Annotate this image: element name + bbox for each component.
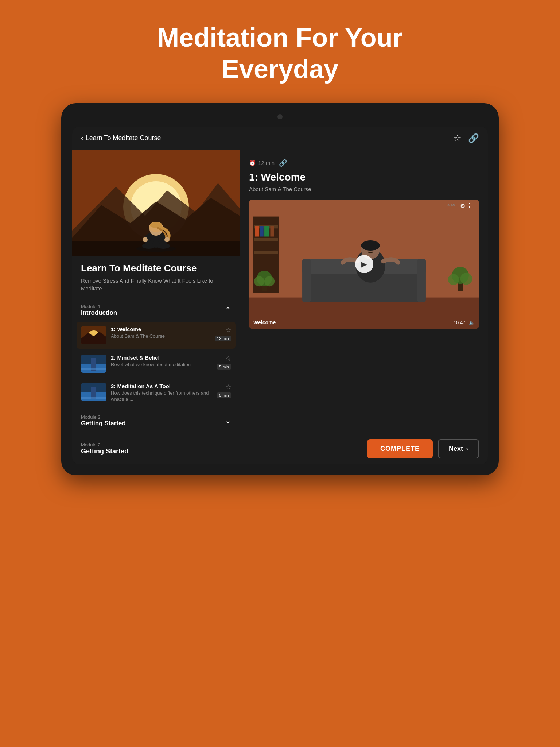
lesson-1-thumb (81, 326, 106, 344)
course-title: Learn To Meditate Course (81, 263, 231, 274)
header-actions: ☆ 🔗 (454, 133, 479, 143)
module1-name: Introduction (81, 309, 117, 317)
lesson-3-duration: 5 min (217, 392, 231, 398)
video-player[interactable]: ▶ al so ⚙ ⛶ Welcome 10:47 🔈 (249, 200, 479, 329)
course-subtitle: Remove Stress And Finally Know What It F… (81, 277, 231, 292)
share-icon[interactable]: 🔗 (468, 133, 479, 143)
lesson-3-thumb (81, 383, 106, 401)
svg-point-13 (142, 243, 155, 249)
video-label: Welcome (253, 320, 276, 325)
lesson-2-info: 2: Mindset & Belief Reset what we know a… (111, 355, 213, 368)
svg-rect-31 (254, 238, 278, 241)
module2-header[interactable]: Module 2 Getting Started ⌄ (72, 409, 240, 433)
lesson-2-title: 2: Mindset & Belief (111, 355, 213, 361)
lesson-2-star-icon[interactable]: ☆ (225, 355, 231, 363)
svg-rect-35 (264, 226, 269, 236)
back-label: Learn To Meditate Course (86, 134, 161, 142)
svg-rect-36 (270, 226, 274, 236)
lesson-duration-text: 12 min (258, 160, 275, 166)
lesson-2-thumb (81, 355, 106, 373)
course-image (72, 150, 240, 256)
clock-icon: ⏰ (249, 160, 256, 166)
video-controls: al so ⚙ ⛶ (447, 202, 475, 209)
module1-header[interactable]: Module 1 Introduction ⌃ (81, 299, 231, 322)
back-icon: ‹ (81, 134, 83, 142)
tablet-camera (277, 114, 283, 119)
lesson-link-icon[interactable]: 🔗 (279, 159, 287, 167)
lesson-about: About Sam & The Course (249, 186, 479, 192)
svg-point-49 (361, 240, 380, 251)
svg-rect-28 (249, 297, 479, 329)
module1-header-left: Module 1 Introduction (81, 304, 117, 317)
lesson-item-1[interactable]: 1: Welcome About Sam & The Course ☆ 12 m… (77, 322, 236, 349)
svg-rect-21 (81, 368, 106, 370)
module2-bottom-label: Module 2 Getting Started (81, 442, 367, 455)
lesson-heading: 1: Welcome (249, 171, 479, 183)
video-settings-icon[interactable]: ⚙ (460, 202, 465, 209)
next-button[interactable]: Next › (438, 439, 479, 458)
page-title: Meditation For Your Everyday (157, 22, 402, 85)
module2-name: Getting Started (81, 420, 126, 427)
svg-point-52 (448, 274, 459, 285)
bottom-actions: COMPLETE Next › (367, 439, 479, 458)
lesson-2-right: ☆ 5 min (217, 355, 231, 370)
svg-point-14 (157, 243, 170, 249)
video-time: 10:47 🔈 (454, 320, 475, 325)
header: ‹ Learn To Meditate Course ☆ 🔗 (72, 127, 488, 150)
module2-header-left: Module 2 Getting Started (81, 414, 126, 427)
lesson-1-desc: About Sam & The Course (111, 333, 210, 340)
lesson-1-duration: 12 min (215, 336, 231, 341)
svg-rect-32 (254, 251, 278, 254)
svg-point-40 (264, 276, 275, 286)
svg-rect-43 (302, 259, 311, 302)
lesson-1-star-icon[interactable]: ☆ (225, 326, 231, 334)
svg-rect-44 (417, 259, 426, 302)
lesson-3-right: ☆ 5 min (217, 383, 231, 398)
svg-point-12 (164, 237, 170, 242)
lesson-3-desc: How does this technique differ from othe… (111, 390, 213, 403)
lesson-item-2[interactable]: 2: Mindset & Belief Reset what we know a… (81, 350, 231, 377)
module1-number: Module 1 (81, 304, 117, 309)
favorite-icon[interactable]: ☆ (454, 133, 462, 143)
complete-button[interactable]: COMPLETE (367, 439, 433, 458)
lesson-1-info: 1: Welcome About Sam & The Course (111, 326, 210, 340)
lesson-time-meta: ⏰ 12 min (249, 160, 275, 166)
module2-bottom-number: Module 2 (81, 442, 367, 448)
module1-section: Module 1 Introduction ⌃ (72, 299, 240, 407)
module2-bottom-name: Getting Started (81, 448, 367, 455)
svg-rect-25 (81, 397, 106, 399)
svg-rect-34 (260, 226, 263, 236)
svg-rect-33 (255, 226, 259, 236)
tablet-frame: ‹ Learn To Meditate Course ☆ 🔗 (61, 103, 499, 475)
video-brand-text: al so (447, 202, 455, 209)
module2-number: Module 2 (81, 414, 126, 420)
play-button[interactable]: ▶ (355, 255, 373, 273)
main-content: Learn To Meditate Course Remove Stress A… (72, 150, 488, 433)
course-image-svg (72, 150, 240, 256)
lesson-1-title: 1: Welcome (111, 326, 210, 332)
svg-point-11 (143, 237, 148, 242)
lesson-1-right: ☆ 12 min (215, 326, 231, 341)
lesson-2-duration: 5 min (217, 364, 231, 370)
lesson-3-star-icon[interactable]: ☆ (225, 383, 231, 391)
right-panel: ⏰ 12 min 🔗 1: Welcome About Sam & The Co… (240, 150, 488, 433)
back-button[interactable]: ‹ Learn To Meditate Course (81, 134, 161, 142)
lesson-item-3[interactable]: 3: Meditation As A Tool How does this te… (81, 379, 231, 407)
video-fullscreen-icon[interactable]: ⛶ (469, 202, 475, 209)
next-chevron-icon: › (466, 445, 468, 453)
left-panel: Learn To Meditate Course Remove Stress A… (72, 150, 240, 433)
video-volume-icon[interactable]: 🔈 (469, 320, 475, 325)
app-container: ‹ Learn To Meditate Course ☆ 🔗 (72, 127, 488, 464)
module1-chevron-icon: ⌃ (225, 306, 231, 314)
course-info: Learn To Meditate Course Remove Stress A… (72, 256, 240, 299)
lesson-2-desc: Reset what we know about meditation (111, 362, 213, 368)
lesson-meta: ⏰ 12 min 🔗 (249, 159, 479, 167)
bottom-bar: Module 2 Getting Started COMPLETE Next › (72, 433, 488, 464)
lesson-3-title: 3: Meditation As A Tool (111, 383, 213, 389)
module2-chevron-icon: ⌄ (225, 416, 231, 425)
svg-point-39 (254, 276, 264, 286)
svg-point-53 (460, 273, 472, 285)
lesson-3-info: 3: Meditation As A Tool How does this te… (111, 383, 213, 403)
